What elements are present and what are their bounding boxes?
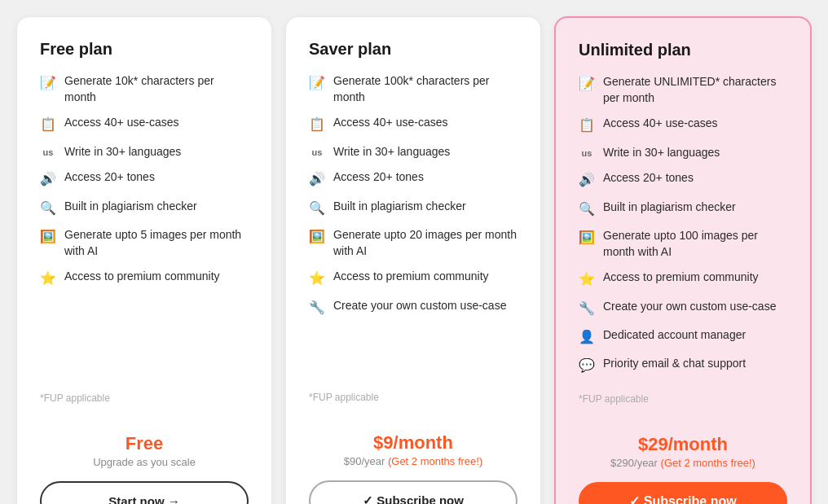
feature-icon: 🔊 <box>40 170 56 188</box>
list-item: 📋Access 40+ use-cases <box>309 115 518 134</box>
feature-icon: us <box>579 147 595 160</box>
feature-text: Create your own custom use-case <box>603 299 776 315</box>
list-item: 📝Generate 10k* characters per month <box>40 73 249 105</box>
feature-icon: 👤 <box>579 328 595 346</box>
free-price-label: Free <box>40 433 249 454</box>
feature-icon: us <box>309 147 325 159</box>
plan-card-saver: Saver plan📝Generate 100k* characters per… <box>285 16 541 504</box>
price-section-unlimited: $29/month$290/year (Get 2 months free!) <box>579 418 787 469</box>
feature-icon: 📝 <box>579 75 595 93</box>
feature-icon: 🔍 <box>309 199 325 217</box>
feature-text: Access 40+ use-cases <box>333 115 447 131</box>
feature-text: Write in 30+ languages <box>333 144 450 160</box>
list-item: 🖼️Generate upto 20 images per month with… <box>309 227 518 259</box>
list-item: 🔍Built in plagiarism checker <box>40 199 249 217</box>
feature-icon: 📋 <box>40 116 56 134</box>
list-item: 🖼️Generate upto 100 images per month wit… <box>579 228 787 260</box>
plan-card-unlimited: Unlimited plan📝Generate UNLIMITED* chara… <box>554 16 812 504</box>
fup-note-free: *FUP applicable <box>40 392 249 404</box>
feature-icon: us <box>40 147 56 159</box>
feature-icon: 🔍 <box>579 200 595 218</box>
feature-icon: 🔊 <box>309 170 325 188</box>
feature-text: Generate upto 20 images per month with A… <box>333 227 518 259</box>
cta-button-saver[interactable]: ✓ Subscribe now <box>309 480 518 504</box>
price-main-saver: $9/month <box>309 432 518 454</box>
list-item: 🔍Built in plagiarism checker <box>309 199 518 217</box>
features-list-saver: 📝Generate 100k* characters per month📋Acc… <box>309 73 518 383</box>
list-item: usWrite in 30+ languages <box>309 144 518 160</box>
feature-icon: 🖼️ <box>309 228 325 246</box>
feature-icon: 🔊 <box>579 171 595 189</box>
feature-icon: 🔧 <box>309 299 325 317</box>
list-item: usWrite in 30+ languages <box>579 145 787 161</box>
feature-icon: ⭐ <box>579 270 595 288</box>
list-item: 📝Generate 100k* characters per month <box>309 73 518 105</box>
plan-title-saver: Saver plan <box>309 40 518 59</box>
feature-icon: ⭐ <box>309 270 325 287</box>
feature-icon: 🔍 <box>40 199 56 217</box>
features-list-free: 📝Generate 10k* characters per month📋Acce… <box>40 73 249 384</box>
feature-text: Built in plagiarism checker <box>603 199 736 216</box>
pricing-container: Free plan📝Generate 10k* characters per m… <box>16 16 812 504</box>
price-section-saver: $9/month$90/year (Get 2 months free!) <box>309 416 518 467</box>
feature-icon: ⭐ <box>40 270 56 287</box>
feature-icon: 📝 <box>40 74 56 92</box>
list-item: ⭐Access to premium community <box>579 270 787 288</box>
list-item: ⭐Access to premium community <box>309 269 518 287</box>
feature-text: Dedicated account manager <box>603 327 746 344</box>
feature-text: Access 20+ tones <box>64 169 155 186</box>
feature-text: Access 40+ use-cases <box>603 116 717 132</box>
feature-text: Generate UNLIMITED* characters per month <box>603 74 787 106</box>
feature-text: Access 40+ use-cases <box>64 115 178 131</box>
list-item: 🔧Create your own custom use-case <box>309 298 518 317</box>
feature-text: Built in plagiarism checker <box>333 199 466 215</box>
feature-icon: 🖼️ <box>579 229 595 247</box>
list-item: 📝Generate UNLIMITED* characters per mont… <box>579 74 787 106</box>
list-item: 🔊Access 20+ tones <box>579 170 787 189</box>
price-sub-unlimited: $290/year (Get 2 months free!) <box>579 457 787 469</box>
feature-text: Access to premium community <box>603 270 759 286</box>
plan-card-free: Free plan📝Generate 10k* characters per m… <box>16 16 272 504</box>
feature-text: Access 20+ tones <box>333 169 424 186</box>
list-item: 👤Dedicated account manager <box>579 327 787 346</box>
cta-button-free[interactable]: Start now → <box>40 481 249 504</box>
fup-note-saver: *FUP applicable <box>309 392 518 403</box>
feature-icon: 💬 <box>579 357 595 375</box>
price-main-unlimited: $29/month <box>579 434 787 455</box>
feature-text: Generate 10k* characters per month <box>64 73 249 105</box>
features-list-unlimited: 📝Generate UNLIMITED* characters per mont… <box>579 74 787 385</box>
cta-button-unlimited[interactable]: ✓ Subscribe now <box>579 482 787 504</box>
list-item: 🔊Access 20+ tones <box>40 169 249 188</box>
plan-title-unlimited: Unlimited plan <box>579 41 787 59</box>
price-section-free: FreeUpgrade as you scale <box>40 417 249 468</box>
list-item: 🔊Access 20+ tones <box>309 169 518 188</box>
list-item: 💬Priority email & chat support <box>579 356 787 375</box>
feature-text: Access to premium community <box>64 269 220 285</box>
list-item: 🔧Create your own custom use-case <box>579 299 787 318</box>
list-item: 📋Access 40+ use-cases <box>40 115 249 134</box>
feature-text: Generate 100k* characters per month <box>333 73 518 105</box>
feature-text: Write in 30+ languages <box>64 144 181 160</box>
list-item: 🔍Built in plagiarism checker <box>579 199 787 218</box>
feature-text: Access to premium community <box>333 269 489 285</box>
feature-icon: 📝 <box>309 74 325 92</box>
feature-icon: 📋 <box>309 116 325 134</box>
free-price-desc: Upgrade as you scale <box>40 456 249 468</box>
feature-text: Generate upto 5 images per month with AI <box>64 227 249 259</box>
feature-text: Built in plagiarism checker <box>64 199 197 215</box>
plan-title-free: Free plan <box>40 40 249 59</box>
feature-text: Priority email & chat support <box>603 356 746 372</box>
feature-text: Access 20+ tones <box>603 170 694 186</box>
feature-text: Generate upto 100 images per month with … <box>603 228 787 260</box>
feature-icon: 🔧 <box>579 300 595 318</box>
feature-icon: 🖼️ <box>40 228 56 246</box>
list-item: usWrite in 30+ languages <box>40 144 249 160</box>
feature-icon: 📋 <box>579 116 595 134</box>
price-sub-saver: $90/year (Get 2 months free!) <box>309 455 518 467</box>
feature-text: Write in 30+ languages <box>603 145 720 161</box>
fup-note-unlimited: *FUP applicable <box>579 393 787 405</box>
list-item: ⭐Access to premium community <box>40 269 249 287</box>
list-item: 🖼️Generate upto 5 images per month with … <box>40 227 249 259</box>
list-item: 📋Access 40+ use-cases <box>579 116 787 134</box>
feature-text: Create your own custom use-case <box>333 298 506 314</box>
